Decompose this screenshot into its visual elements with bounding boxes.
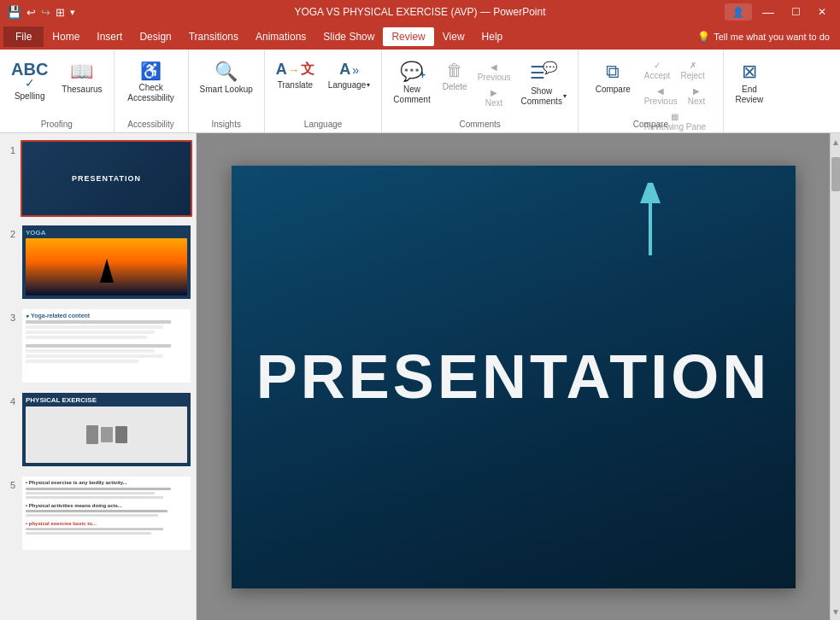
slide-num-1: 1 [3, 140, 15, 155]
menu-item-animations[interactable]: Animations [247, 27, 314, 46]
menu-item-home[interactable]: Home [44, 27, 88, 46]
next-label: Next [485, 98, 503, 108]
minimize-btn[interactable]: — [755, 3, 781, 20]
slide-2-image [26, 238, 187, 295]
comments-group-label: Comments [382, 120, 578, 129]
slide-5-bullet2: • Physical activities means doing acts..… [26, 503, 187, 508]
main-area: 1 PRESENTATION 2 YOGA 3 [0, 133, 840, 620]
exercise-fig-2 [101, 427, 113, 442]
ribbon: ABC ✓ Spelling 📖 Thesaurus Proofing ♿ Ch… [0, 50, 840, 133]
slide-thumb-3[interactable]: ● Yoga-related content [21, 307, 192, 384]
thesaurus-icon: 📖 [70, 61, 93, 83]
language-button[interactable]: A» Language ▾ [322, 56, 377, 95]
compare-group-label: Compare [579, 120, 723, 129]
previous-icon: ◀ [490, 62, 497, 72]
slide-1-thumb-text: PRESENTATION [72, 174, 141, 183]
ribbon-group-proofing: ABC ✓ Spelling 📖 Thesaurus Proofing [0, 50, 115, 132]
compare-label: Compare [596, 85, 631, 95]
exercise-fig-1 [86, 425, 98, 444]
slide-thumb-5[interactable]: • Physical exercise is any bodily activi… [21, 475, 192, 552]
scroll-down-btn[interactable]: ▼ [831, 603, 840, 620]
compare-previous-label: Previous [644, 97, 678, 106]
accept-button[interactable]: ✓ Accept [640, 58, 675, 83]
reject-button[interactable]: ✗ Reject [676, 58, 708, 83]
canvas-area: PRESENTATION [197, 133, 830, 620]
end-review-label: EndReview [735, 85, 763, 105]
end-review-buttons: ⊠ EndReview [729, 53, 769, 131]
delete-label: Delete [443, 82, 467, 92]
slide-5-bullet1: • Physical exercise is any bodily activi… [26, 480, 187, 485]
presentation-icon[interactable]: ⊞ [56, 6, 65, 19]
translate-button[interactable]: A→文 Translate [270, 56, 320, 95]
compare-top-row: ✓ Accept ✗ Reject [640, 58, 710, 83]
menu-item-slideshow[interactable]: Slide Show [314, 27, 383, 46]
vertical-scrollbar[interactable]: ▲ ▼ [830, 133, 840, 620]
slide-num-4: 4 [3, 391, 15, 407]
slide-thumb-row-1: 1 PRESENTATION [3, 140, 192, 217]
ribbon-group-accessibility: ♿ Check Accessibility Accessibility [115, 50, 189, 132]
slide-canvas[interactable]: PRESENTATION [232, 166, 796, 588]
slide-5-bullet3: • physical exercise basic to... [26, 521, 187, 526]
next-comment-button[interactable]: ▶ Next [473, 85, 515, 110]
title-bar-left: 💾 ↩ ↪ ⊞ ▾ [7, 5, 75, 19]
smart-lookup-icon: 🔍 [214, 61, 238, 83]
previous-comment-button[interactable]: ◀ Previous [473, 60, 515, 85]
thesaurus-label: Thesaurus [62, 85, 102, 95]
reject-label: Reject [680, 71, 704, 80]
slide-panel: 1 PRESENTATION 2 YOGA 3 [0, 133, 197, 620]
ribbon-group-compare: ⧉ Compare ✓ Accept ✗ Reject ◀ [579, 50, 724, 132]
slide-thumb-row-2: 2 YOGA [3, 224, 192, 301]
show-comments-icon: ☰ 💬 [530, 61, 557, 85]
menu-item-design[interactable]: Design [131, 27, 179, 46]
dropdown-icon[interactable]: ▾ [70, 7, 75, 18]
menu-item-review[interactable]: Review [383, 27, 433, 46]
menu-item-view[interactable]: View [434, 27, 473, 46]
ribbon-group-comments: 💬 + NewComment 🗑 Delete ◀ Previous ▶ Nex… [382, 50, 579, 132]
redo-icon[interactable]: ↪ [41, 6, 50, 19]
accessibility-icon: ♿ [140, 61, 162, 81]
menu-item-insert[interactable]: Insert [88, 27, 131, 46]
tell-me-area: 💡 Tell me what you want to do [697, 31, 830, 43]
tell-me-text[interactable]: Tell me what you want to do [714, 32, 830, 42]
end-review-button[interactable]: ⊠ EndReview [729, 56, 769, 109]
ribbon-group-language: A→文 Translate A» Language ▾ Language [265, 50, 383, 132]
menu-bar: File Home Insert Design Transitions Anim… [0, 24, 840, 50]
avatar-icon[interactable]: 👤 [725, 3, 752, 20]
previous-label: Previous [478, 73, 511, 82]
compare-previous-button[interactable]: ◀ Previous [640, 84, 682, 108]
language-icon: A» [339, 61, 359, 79]
spelling-label: Spelling [15, 91, 45, 102]
slide-thumb-2[interactable]: YOGA [21, 224, 192, 301]
delete-comment-button[interactable]: 🗑 Delete [437, 56, 473, 97]
scroll-up-btn[interactable]: ▲ [831, 133, 840, 150]
check-accessibility-button[interactable]: ♿ Check Accessibility [120, 56, 183, 108]
maximize-btn[interactable]: ☐ [784, 4, 808, 20]
slide-thumb-1[interactable]: PRESENTATION [21, 140, 192, 217]
new-comment-icon: 💬 + [400, 61, 424, 83]
exercise-fig-3 [115, 426, 127, 443]
spelling-button[interactable]: ABC ✓ Spelling [5, 56, 54, 106]
close-btn[interactable]: ✕ [811, 4, 833, 20]
menu-item-file[interactable]: File [3, 26, 44, 47]
show-comments-label: ShowComments ▾ [521, 86, 567, 107]
lightbulb-icon: 💡 [697, 31, 710, 43]
next-icon: ▶ [490, 88, 497, 97]
compare-icon: ⧉ [606, 61, 620, 83]
scroll-thumb[interactable] [831, 157, 840, 191]
undo-icon[interactable]: ↩ [26, 6, 36, 19]
menu-item-transitions[interactable]: Transitions [180, 27, 247, 46]
yoga-silhouette [100, 259, 114, 283]
thesaurus-button[interactable]: 📖 Thesaurus [56, 56, 108, 99]
slide-4-title: PHYSICAL EXERCISE [26, 396, 187, 404]
compare-next-button[interactable]: ▶ Next [684, 84, 710, 108]
show-comments-button[interactable]: ☰ 💬 ShowComments ▾ [515, 56, 573, 111]
slide-thumb-4[interactable]: PHYSICAL EXERCISE [21, 391, 192, 468]
new-comment-label: NewComment [393, 85, 430, 105]
accept-icon: ✓ [654, 61, 661, 70]
new-comment-button[interactable]: 💬 + NewComment [387, 56, 436, 109]
slide-3-title: ● Yoga-related content [26, 313, 187, 319]
smart-lookup-button[interactable]: 🔍 Smart Lookup [194, 56, 259, 99]
slide-num-3: 3 [3, 307, 15, 323]
save-icon[interactable]: 💾 [7, 5, 21, 19]
menu-item-help[interactable]: Help [473, 27, 512, 46]
